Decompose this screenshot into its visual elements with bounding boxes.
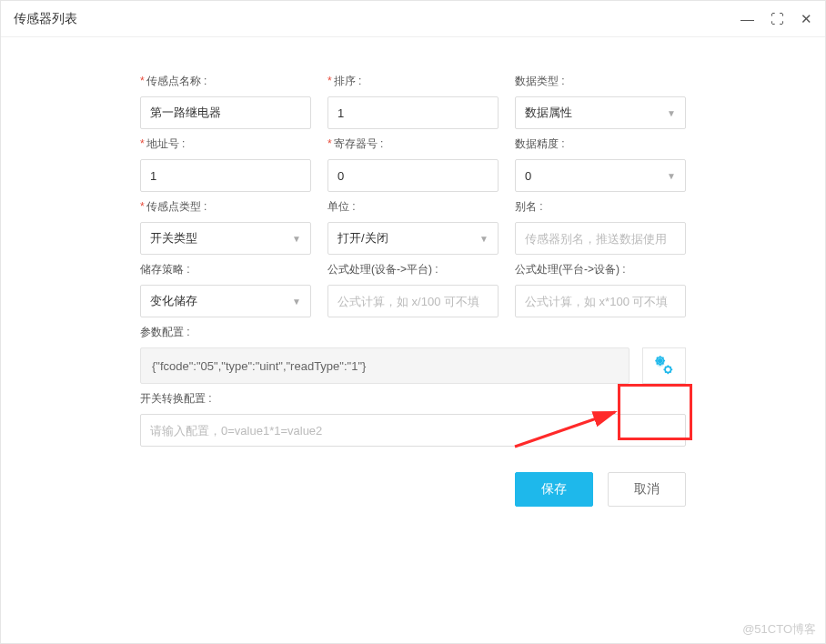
chevron-down-icon: ▼ bbox=[292, 234, 301, 244]
field-switch-config: 开关转换配置 : bbox=[140, 391, 686, 447]
input-register[interactable] bbox=[327, 159, 499, 192]
select-unit[interactable]: 打开/关闭 ▼ bbox=[327, 222, 499, 255]
chevron-down-icon: ▼ bbox=[292, 297, 301, 307]
field-register: *寄存器号 : bbox=[327, 136, 499, 192]
minimize-icon[interactable]: — bbox=[740, 11, 754, 26]
field-data-type: 数据类型 : 数据属性 ▼ bbox=[515, 74, 686, 129]
form-grid: *传感点名称 : *排序 : 数据类型 : 数据属性 ▼ *地址号 : *寄存 bbox=[140, 74, 686, 507]
watermark: @51CTO博客 bbox=[742, 621, 816, 638]
chevron-down-icon: ▼ bbox=[667, 108, 676, 118]
form-actions: 保存 取消 bbox=[140, 472, 686, 507]
label-data-type: 数据类型 : bbox=[515, 74, 686, 89]
label-unit: 单位 : bbox=[327, 199, 499, 215]
select-precision[interactable]: 0 ▼ bbox=[515, 159, 686, 192]
select-storage[interactable]: 变化储存 ▼ bbox=[140, 285, 311, 317]
label-address: *地址号 : bbox=[140, 136, 311, 152]
input-formula-down[interactable] bbox=[515, 285, 686, 317]
input-alias[interactable] bbox=[515, 222, 686, 255]
select-sensor-type[interactable]: 开关类型 ▼ bbox=[140, 222, 311, 255]
param-config-gear-button[interactable] bbox=[642, 347, 686, 384]
svg-line-10 bbox=[662, 357, 664, 359]
form-area: *传感点名称 : *排序 : 数据类型 : 数据属性 ▼ *地址号 : *寄存 bbox=[1, 37, 825, 507]
input-sensor-name[interactable] bbox=[140, 96, 311, 129]
label-register: *寄存器号 : bbox=[327, 136, 499, 152]
field-formula-up: 公式处理(设备->平台) : bbox=[327, 262, 499, 317]
input-formula-up[interactable] bbox=[327, 285, 499, 317]
svg-line-8 bbox=[662, 363, 664, 365]
field-sensor-name: *传感点名称 : bbox=[140, 74, 311, 129]
field-precision: 数据精度 : 0 ▼ bbox=[515, 136, 686, 192]
field-unit: 单位 : 打开/关闭 ▼ bbox=[327, 199, 499, 255]
field-alias: 别名 : bbox=[515, 199, 686, 255]
select-precision-value: 0 bbox=[525, 169, 531, 183]
svg-line-9 bbox=[657, 363, 659, 365]
field-sort: *排序 : bbox=[327, 74, 499, 129]
select-storage-value: 变化储存 bbox=[150, 293, 197, 309]
label-alias: 别名 : bbox=[515, 199, 686, 215]
chevron-down-icon: ▼ bbox=[479, 234, 489, 244]
window-controls: — ⛶ ✕ bbox=[740, 11, 812, 27]
param-config-value: {"fcode":"05","type":"uint","readType":"… bbox=[140, 347, 630, 384]
window-title: 传感器列表 bbox=[14, 11, 740, 27]
save-button[interactable]: 保存 bbox=[515, 472, 593, 507]
svg-line-17 bbox=[665, 372, 666, 373]
field-sensor-type: *传感点类型 : 开关类型 ▼ bbox=[140, 199, 311, 255]
cancel-button[interactable]: 取消 bbox=[608, 472, 686, 507]
select-data-type-value: 数据属性 bbox=[525, 105, 572, 121]
field-param-config: 参数配置 : {"fcode":"05","type":"uint","read… bbox=[140, 325, 686, 384]
select-data-type[interactable]: 数据属性 ▼ bbox=[515, 96, 686, 129]
label-storage: 储存策略 : bbox=[140, 262, 311, 277]
label-sort: *排序 : bbox=[327, 74, 499, 89]
label-formula-down: 公式处理(平台->设备) : bbox=[515, 262, 686, 277]
label-formula-up: 公式处理(设备->平台) : bbox=[327, 262, 499, 277]
field-formula-down: 公式处理(平台->设备) : bbox=[515, 262, 686, 317]
label-sensor-name: *传感点名称 : bbox=[140, 74, 311, 89]
label-sensor-type: *传感点类型 : bbox=[140, 199, 311, 215]
maximize-icon[interactable]: ⛶ bbox=[771, 11, 784, 26]
svg-line-16 bbox=[670, 372, 671, 373]
input-switch-config[interactable] bbox=[140, 414, 686, 447]
sensor-list-dialog: 传感器列表 — ⛶ ✕ *传感点名称 : *排序 : 数据类型 : 数据属性 ▼ bbox=[0, 0, 826, 644]
field-address: *地址号 : bbox=[140, 136, 311, 192]
gear-icon bbox=[652, 354, 676, 377]
field-storage: 储存策略 : 变化储存 ▼ bbox=[140, 262, 311, 317]
input-sort[interactable] bbox=[327, 96, 499, 129]
label-param-config: 参数配置 : bbox=[140, 325, 686, 340]
svg-line-15 bbox=[665, 367, 666, 367]
label-precision: 数据精度 : bbox=[515, 136, 686, 152]
chevron-down-icon: ▼ bbox=[667, 171, 676, 181]
close-icon[interactable]: ✕ bbox=[801, 11, 812, 27]
titlebar: 传感器列表 — ⛶ ✕ bbox=[1, 1, 825, 37]
svg-line-18 bbox=[670, 367, 671, 367]
param-config-row: {"fcode":"05","type":"uint","readType":"… bbox=[140, 347, 686, 384]
input-address[interactable] bbox=[140, 159, 311, 192]
label-switch-config: 开关转换配置 : bbox=[140, 391, 686, 407]
select-sensor-type-value: 开关类型 bbox=[150, 230, 197, 247]
svg-line-7 bbox=[657, 357, 659, 359]
select-unit-value: 打开/关闭 bbox=[337, 230, 388, 247]
